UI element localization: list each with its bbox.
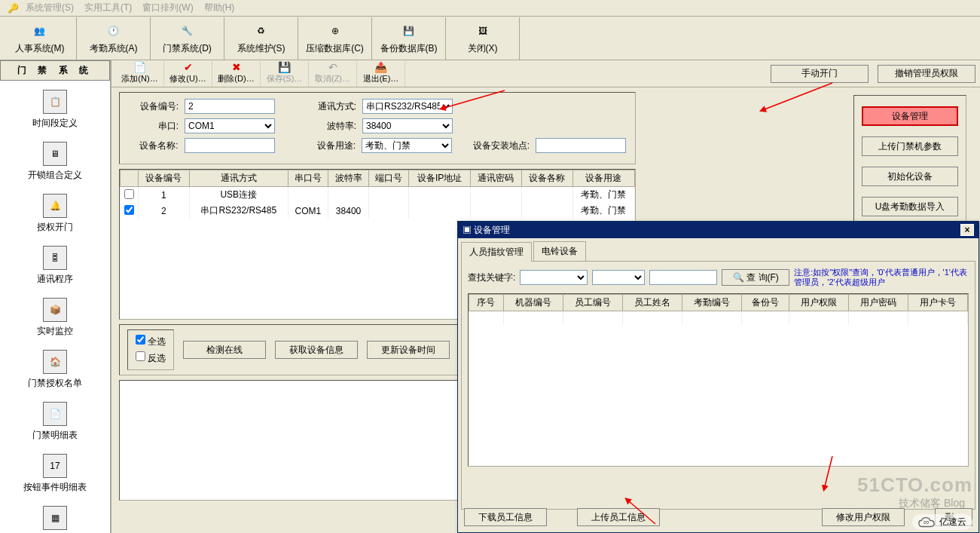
install-input[interactable] [536, 138, 626, 153]
toolbar-close[interactable]: 🖼关闭(X) [446, 17, 520, 60]
device-mgmt-button[interactable]: 设备管理 [862, 106, 958, 126]
watermark-blog: 技术储客 Blog [899, 497, 965, 510]
toolbar-compress-db[interactable]: ⊕压缩数据库(C) [298, 17, 372, 60]
controls-icon: 🎛 [43, 246, 67, 270]
sidebar-item-authorize[interactable]: 🔔授权开门 [0, 189, 110, 241]
table-row[interactable]: 2 串口RS232/RS485 COM1 38400 考勤、门禁 [121, 203, 635, 219]
sidebar-item-button-events[interactable]: 17按钮事件明细表 [0, 449, 110, 501]
box-icon: 📦 [43, 298, 67, 322]
modify-perm-button[interactable]: 修改用户权限 [822, 508, 905, 526]
query-button[interactable]: 🔍 查 询(F) [722, 269, 789, 286]
device-form: 设备编号: 通讯方式: 串口RS232/RS485 串口: COM1 波特率: … [119, 92, 636, 164]
search-note: 注意:如按"权限"查询，'0'代表普通用户，'1'代表管理员，'2'代表超级用户 [794, 268, 969, 287]
sidebar-item-detail-list[interactable]: 📄门禁明细表 [0, 397, 110, 449]
binoculars-icon: 🔍 [733, 272, 744, 283]
sidebar-title: 门 禁 系 统 [0, 60, 110, 81]
x-icon: ✖ [232, 61, 241, 73]
update-time-button[interactable]: 更新设备时间 [367, 341, 450, 359]
invert-checkbox[interactable]: 反选 [136, 351, 166, 365]
baud-label: 波特率: [281, 120, 356, 133]
dialog-titlebar[interactable]: ▣ 设备管理 × [458, 222, 978, 238]
device-no-label: 设备编号: [129, 100, 179, 113]
save-button: 💾保存(S)… [261, 61, 309, 87]
wrench-icon: 🔧 [176, 21, 199, 41]
menu-help[interactable]: 帮助(H) [200, 0, 240, 16]
check-online-button[interactable]: 检测在线 [183, 341, 266, 359]
table-header-row: 设备编号 通讯方式 串口号 波特率 端口号 设备IP地址 通讯密码 设备各称 设… [121, 170, 635, 187]
sidebar-item-alarm-events[interactable]: ▦报警事件明细表 [0, 501, 110, 533]
sidebar-item-auth-list[interactable]: 🏠门禁授权名单 [0, 345, 110, 397]
recycle-icon: ♻ [250, 21, 273, 41]
devname-input[interactable] [185, 138, 275, 153]
comm-select[interactable]: 串口RS232/RS485 [362, 99, 453, 114]
download-emp-button[interactable]: 下载员工信息 [464, 508, 547, 526]
device-no-input[interactable] [185, 99, 275, 114]
new-icon: 📄 [133, 61, 146, 73]
get-device-info-button[interactable]: 获取设备信息 [275, 341, 358, 359]
toolbar-access-system[interactable]: 🔧门禁系统(D) [151, 17, 224, 60]
table-row[interactable]: 1 USB连接 考勤、门禁 [121, 187, 635, 204]
col-machine-no: 机器编号 [503, 295, 563, 311]
dialog-icon: ▣ [463, 225, 472, 235]
revoke-admin-button[interactable]: 撤销管理员权限 [878, 65, 975, 83]
toolbar-backup-db[interactable]: 💾备份数据库(B) [372, 17, 446, 60]
close-icon[interactable]: × [960, 224, 974, 236]
bell-icon: 🔔 [43, 194, 67, 218]
upload-emp-button[interactable]: 上传员工信息 [577, 508, 660, 526]
toolbar-attendance-system[interactable]: 🕐考勤系统(A) [77, 17, 151, 60]
exit-button[interactable]: 📤退出(E)… [357, 61, 405, 87]
cancel-button: ↶取消(Z)… [309, 61, 357, 87]
col-pwd: 通讯密码 [470, 170, 521, 187]
menu-window[interactable]: 窗口排列(W) [138, 0, 197, 16]
sidebar-item-unlock-combo[interactable]: 🖥开锁组合定义 [0, 137, 110, 189]
devuse-label: 设备用途: [281, 139, 356, 152]
sidebar-item-comm-program[interactable]: 🎛通讯程序 [0, 241, 110, 293]
tab-fingerprint[interactable]: 人员指纹管理 [461, 242, 532, 262]
search-value-input[interactable] [649, 270, 717, 285]
col-baud: 波特率 [328, 170, 369, 187]
udisk-import-button[interactable]: U盘考勤数据导入 [862, 197, 958, 216]
col-seqno: 序号 [469, 295, 504, 311]
select-all-checkbox[interactable]: 全选 [136, 335, 166, 348]
baud-select[interactable]: 38400 [362, 118, 453, 133]
devuse-select[interactable]: 考勤、门禁 [362, 138, 451, 153]
watermark-yisu: ∞ 亿速云 [912, 514, 972, 530]
manual-open-button[interactable]: 手动开门 [771, 65, 869, 83]
serial-select[interactable]: COM1 [185, 118, 275, 133]
search-field-select[interactable] [520, 270, 588, 285]
col-use: 设备用途 [572, 170, 634, 187]
check-icon: ✔ [184, 61, 193, 73]
main-toolbar: 👥人事系统(M) 🕐考勤系统(A) 🔧门禁系统(D) ♻系统维护(S) ⊕压缩数… [0, 17, 980, 60]
sidebar-item-time-define[interactable]: 📋时间段定义 [0, 85, 110, 137]
add-button[interactable]: 📄添加(N)… [116, 61, 164, 87]
col-serial: 串口号 [288, 170, 328, 187]
document-icon: 📋 [43, 90, 67, 114]
undo-icon: ↶ [328, 61, 337, 73]
toolbar-hr-system[interactable]: 👥人事系统(M) [3, 17, 77, 60]
init-device-button[interactable]: 初始化设备 [862, 167, 958, 186]
col-user-pwd: 用户密码 [848, 295, 908, 311]
delete-button[interactable]: ✖删除(D)… [212, 61, 261, 87]
serial-label: 串口: [129, 120, 179, 133]
row-checkbox[interactable] [124, 205, 134, 215]
menu-system[interactable]: 系统管理(S) [21, 0, 78, 16]
row-checkbox[interactable] [124, 189, 134, 199]
search-op-select[interactable] [592, 270, 645, 285]
col-user-perm: 用户权限 [789, 295, 848, 311]
sidebar: 门 禁 系 统 📋时间段定义 🖥开锁组合定义 🔔授权开门 🎛通讯程序 📦实时监控… [0, 60, 111, 533]
menu-tools[interactable]: 实用工具(T) [80, 0, 136, 16]
dialog-title: 设备管理 [474, 225, 510, 235]
sidebar-item-live-monitor[interactable]: 📦实时监控 [0, 293, 110, 345]
house-icon: 🏠 [43, 350, 67, 374]
people-icon: 👥 [29, 21, 51, 41]
exit-icon: 📤 [374, 61, 387, 73]
tab-bell[interactable]: 电铃设备 [533, 241, 586, 261]
table-row[interactable] [469, 311, 968, 325]
edit-button[interactable]: ✔修改(U)… [164, 61, 212, 87]
col-user-card: 用户卡号 [908, 295, 967, 311]
page-icon: 📄 [43, 402, 67, 426]
upload-params-button[interactable]: 上传门禁机参数 [862, 136, 958, 156]
col-emp-name: 员工姓名 [622, 295, 682, 311]
col-backup-no: 备份号 [742, 295, 789, 311]
toolbar-system-maintain[interactable]: ♻系统维护(S) [224, 17, 298, 60]
